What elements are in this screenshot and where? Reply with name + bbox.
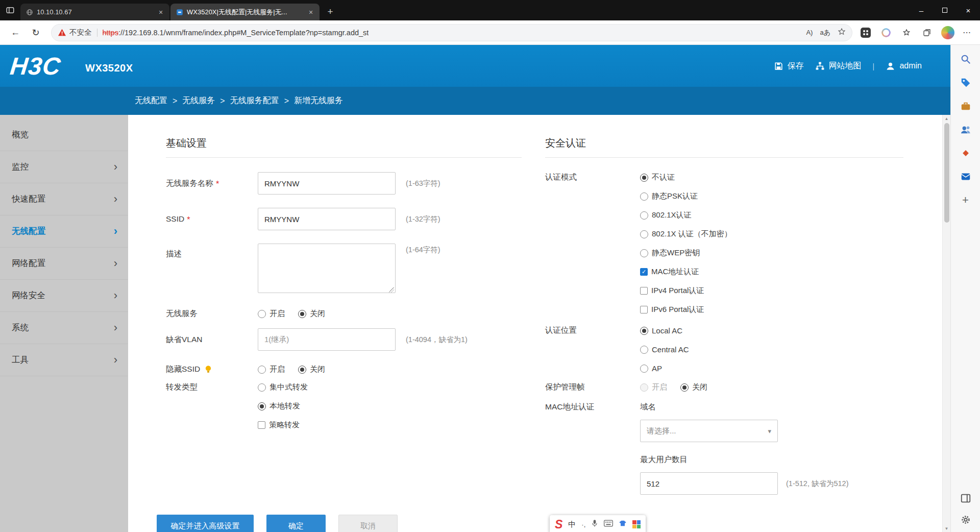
favorites-star-icon[interactable] xyxy=(838,28,846,37)
cancel-button[interactable]: 取消 xyxy=(338,515,398,532)
url-text[interactable]: https://192.169.8.1/wnm/frame/index.php#… xyxy=(103,29,369,37)
refresh-button[interactable]: ↻ xyxy=(28,25,44,41)
sidebar-item-network-security[interactable]: 网络安全 › xyxy=(0,280,128,312)
sidebar-item-network-config[interactable]: 网络配置 › xyxy=(0,248,128,280)
ok-button[interactable]: 确定 xyxy=(266,515,326,532)
extensions-icon[interactable] xyxy=(860,27,872,39)
auth-ipv4-portal-checkbox[interactable]: IPv4 Portal认证 xyxy=(640,285,732,296)
minimize-button[interactable]: – xyxy=(910,0,933,20)
settings-gear-icon[interactable] xyxy=(960,514,972,526)
pmf-off-radio[interactable]: 关闭 xyxy=(680,382,707,392)
back-button[interactable]: ← xyxy=(7,25,23,41)
sidebar-item-quick-config[interactable]: 快速配置 › xyxy=(0,183,128,215)
sidebar-item-monitor[interactable]: 监控 › xyxy=(0,151,128,183)
outlook-icon[interactable] xyxy=(960,171,972,183)
sogou-logo-icon[interactable]: S xyxy=(555,519,562,530)
copilot-icon[interactable] xyxy=(880,27,892,39)
domain-label: 域名 xyxy=(640,402,849,413)
sidebar-panel-icon[interactable] xyxy=(960,492,972,504)
page-scrollbar[interactable]: ▲ ▼ xyxy=(942,115,950,532)
shopping-tag-icon[interactable] xyxy=(960,77,972,89)
auth-8021x-radio[interactable]: 802.1X认证 xyxy=(640,210,732,221)
tab-close-icon[interactable]: × xyxy=(306,8,315,17)
sitemap-button[interactable]: 网站地图 xyxy=(815,61,862,71)
header-actions: 保存 网站地图 | admin xyxy=(774,61,922,71)
auth-pos-local-ac-radio[interactable]: Local AC xyxy=(640,325,689,336)
people-icon[interactable] xyxy=(960,124,972,136)
service-on-radio[interactable]: 开启 xyxy=(258,309,285,319)
auth-pos-central-ac-radio[interactable]: Central AC xyxy=(640,344,689,355)
scrollbar-thumb[interactable] xyxy=(944,123,949,223)
read-aloud-icon[interactable]: A) xyxy=(806,29,813,36)
new-tab-button[interactable]: + xyxy=(323,4,338,19)
collections-icon[interactable] xyxy=(921,27,933,39)
browser-tab-active[interactable]: WX3520X|无线配置|无线服务|无... × xyxy=(170,4,320,20)
description-hint: (1-64字符) xyxy=(406,245,440,255)
tab-close-icon[interactable]: × xyxy=(156,8,165,17)
m365-icon[interactable] xyxy=(960,147,972,159)
maximize-button[interactable] xyxy=(933,0,957,20)
ime-toolbox-icon[interactable] xyxy=(632,520,641,528)
auth-mac-checkbox[interactable]: MAC地址认证 xyxy=(640,267,732,277)
service-state-label: 无线服务 xyxy=(166,308,258,319)
hide-ssid-on-radio[interactable]: 开启 xyxy=(258,365,285,374)
breadcrumb-item-current: 新增无线服务 xyxy=(294,95,343,106)
profile-avatar[interactable] xyxy=(941,26,954,39)
address-bar[interactable]: 不安全 https://192.169.8.1/wnm/frame/index.… xyxy=(51,24,852,41)
auth-psk-radio[interactable]: 静态PSK认证 xyxy=(640,191,732,202)
tab-title: WX3520X|无线配置|无线服务|无... xyxy=(187,8,303,17)
auth-none-radio[interactable]: 不认证 xyxy=(640,172,732,183)
sidebar-item-tools[interactable]: 工具 › xyxy=(0,344,128,376)
sidebar-item-wireless-config[interactable]: 无线配置 › xyxy=(0,215,128,248)
save-button[interactable]: 保存 xyxy=(774,61,804,71)
ime-keyboard-icon[interactable] xyxy=(604,520,613,529)
default-vlan-input[interactable] xyxy=(258,328,396,351)
max-users-input[interactable] xyxy=(640,472,778,495)
sidebar-item-label: 概览 xyxy=(12,129,29,140)
close-window-button[interactable]: × xyxy=(957,0,980,20)
scrollbar-down-icon[interactable]: ▼ xyxy=(943,525,950,532)
browser-tab-inactive[interactable]: 10.10.10.67 × xyxy=(20,4,169,20)
toolbox-icon[interactable] xyxy=(960,100,972,112)
search-icon[interactable] xyxy=(960,53,972,65)
radio-disabled-icon xyxy=(640,383,648,392)
sidebar-item-system[interactable]: 系统 › xyxy=(0,312,128,344)
ok-advanced-button[interactable]: 确定并进入高级设置 xyxy=(157,515,254,532)
breadcrumb-item[interactable]: 无线服务配置 xyxy=(230,95,279,106)
save-disk-icon xyxy=(774,61,783,71)
auth-wep-radio[interactable]: 静态WEP密钥 xyxy=(640,248,732,258)
breadcrumb-item[interactable]: 无线服务 xyxy=(182,95,215,106)
auth-8021x-noenc-radio[interactable]: 802.1X 认证（不加密） xyxy=(640,229,732,239)
service-off-radio[interactable]: 关闭 xyxy=(298,309,325,319)
auth-pos-ap-radio[interactable]: AP xyxy=(640,363,689,374)
forward-policy-checkbox[interactable]: 策略转发 xyxy=(258,420,308,430)
breadcrumb-item[interactable]: 无线配置 xyxy=(135,95,167,106)
screen: 10.10.10.67 × WX3520X|无线配置|无线服务|无... × +… xyxy=(0,0,980,532)
settings-more-icon[interactable]: ⋯ xyxy=(963,28,971,37)
ime-mic-icon[interactable] xyxy=(591,519,598,529)
translate-icon[interactable]: aあ xyxy=(820,28,830,37)
tab-actions-icon[interactable] xyxy=(0,0,20,20)
ime-skin-icon[interactable] xyxy=(619,520,627,529)
security-warning-icon[interactable] xyxy=(58,29,66,36)
radio-checked-icon xyxy=(680,383,689,392)
sidebar-item-overview[interactable]: 概览 xyxy=(0,119,128,151)
forward-type-label: 转发类型 xyxy=(166,382,258,393)
add-sidebar-app-icon[interactable]: + xyxy=(960,194,972,206)
ssid-input[interactable] xyxy=(258,208,396,230)
hide-ssid-off-radio[interactable]: 关闭 xyxy=(298,365,325,374)
tab-favicon-globe-icon xyxy=(26,8,34,16)
admin-user-button[interactable]: admin xyxy=(886,61,922,71)
auth-ipv6-portal-checkbox[interactable]: IPv6 Portal认证 xyxy=(640,304,732,315)
service-name-input[interactable] xyxy=(258,172,396,195)
description-textarea[interactable] xyxy=(258,244,396,293)
domain-select[interactable]: 请选择... ▾ xyxy=(640,420,778,442)
scrollbar-up-icon[interactable]: ▲ xyxy=(943,115,950,122)
pmf-on-radio[interactable]: 开启 xyxy=(640,382,667,392)
ime-language-mode[interactable]: 中 xyxy=(568,520,576,529)
ime-punctuation-icon[interactable]: ·, xyxy=(581,521,585,528)
hint-bulb-icon[interactable] xyxy=(204,365,212,374)
favorites-bar-icon[interactable] xyxy=(900,27,913,39)
forward-local-radio[interactable]: 本地转发 xyxy=(258,401,308,412)
forward-centralized-radio[interactable]: 集中式转发 xyxy=(258,382,308,393)
